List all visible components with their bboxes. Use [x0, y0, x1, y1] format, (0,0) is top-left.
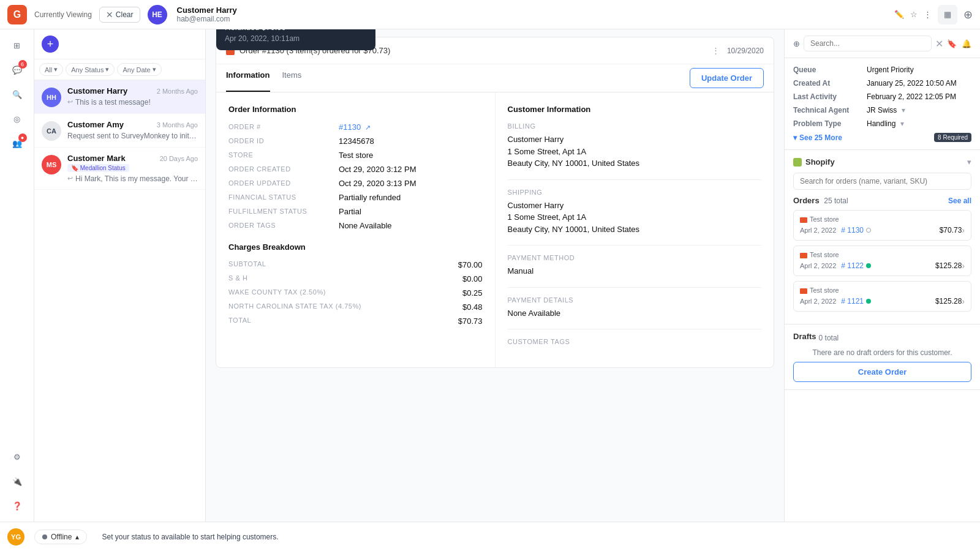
- order-amount: $125.28: [935, 297, 962, 305]
- edit-icon[interactable]: ✏️: [894, 10, 904, 19]
- order-number-link[interactable]: #1130: [339, 122, 361, 132]
- order-information-title: Order Information: [228, 105, 483, 114]
- create-order-button[interactable]: Create Order: [793, 362, 971, 382]
- list-item[interactable]: MS Customer Mark 20 Days Ago 🔖 Medallion…: [34, 148, 205, 190]
- sh-value: $0.00: [462, 274, 483, 283]
- billing-label: BILLING: [508, 122, 762, 130]
- chevron-up-icon: ▴: [75, 533, 79, 541]
- financial-status-value: Partially refunded: [339, 193, 401, 202]
- right-panel: ⊕ ✕ 🔖 🔔 Queue Urgent Priority Created At…: [784, 29, 980, 522]
- more-options-icon[interactable]: ⋮: [924, 10, 932, 19]
- status-icon: [866, 299, 871, 304]
- user-avatar: YG: [7, 528, 24, 545]
- close-panel-icon[interactable]: ✕: [935, 38, 943, 50]
- problem-type-row: Problem Type Handling ▾: [793, 119, 971, 128]
- clear-button[interactable]: ✕ Clear: [99, 7, 140, 23]
- see-more-button[interactable]: ▾ See 25 More: [793, 133, 842, 142]
- subtotal-label: SUBTOTAL: [228, 260, 266, 269]
- shopify-order-item[interactable]: Test store Aprl 2, 2022 # 1130 $70.73 ›: [793, 210, 971, 241]
- wake-tax-value: $0.25: [462, 288, 483, 298]
- shopify-order-item[interactable]: Test store Aprl 2, 2022 # 1121 $125.28 ›: [793, 281, 971, 312]
- inbox-badge: 6: [18, 60, 27, 69]
- order-date: 10/29/2020: [727, 47, 764, 55]
- tab-information[interactable]: Information: [226, 64, 270, 92]
- customer-email: hab@email.com: [177, 15, 237, 23]
- add-icon[interactable]: ⊕: [963, 8, 973, 21]
- order-id-row: ORDER ID 12345678: [228, 137, 483, 146]
- new-conversation-button[interactable]: +: [42, 36, 59, 53]
- add-new-icon[interactable]: ⊕: [793, 39, 800, 48]
- store-row: STORE Test store: [228, 151, 483, 160]
- sidebar-item-inbox[interactable]: 💬 6: [6, 59, 28, 81]
- customer-tags-section: CUSTOMER TAGS: [508, 338, 762, 345]
- queue-section: Queue Urgent Priority Created At January…: [785, 58, 980, 150]
- users-badge: ●: [18, 133, 27, 142]
- order-updated-label: ORDER UPDATED: [228, 179, 339, 187]
- sidebar-item-help[interactable]: ❓: [6, 495, 28, 517]
- offline-dot-icon: [42, 534, 47, 539]
- avatar: MS: [42, 155, 61, 174]
- total-row: TOTAL $70.73: [228, 317, 483, 326]
- list-item[interactable]: CA Customer Amy 3 Months Ago Request sen…: [34, 114, 205, 148]
- order-created-label: ORDER CREATED: [228, 165, 339, 173]
- conv-time: 3 Months Ago: [157, 121, 198, 129]
- panel-search-input[interactable]: [804, 36, 932, 51]
- drafts-empty-message: There are no draft orders for this custo…: [793, 348, 971, 357]
- topbar-actions: ✏️ ☆ ⋮ ▦ ⊕: [894, 5, 973, 24]
- order-date: Aprl 2, 2022: [800, 298, 836, 305]
- chevron-right-icon: ›: [962, 225, 965, 235]
- shopify-search-input[interactable]: [793, 173, 971, 190]
- sidebar-item-grid[interactable]: ⊞: [6, 34, 28, 56]
- order-number: # 1130: [841, 226, 864, 234]
- filter-any-status[interactable]: Any Status ▾: [66, 63, 115, 76]
- drafts-count: 0 total: [819, 334, 839, 342]
- last-activity-value: February 2, 2022 12:05 PM: [867, 92, 971, 101]
- shopify-chevron-icon[interactable]: ▾: [967, 157, 971, 167]
- customer-information-title: Customer Information: [508, 105, 762, 114]
- list-item[interactable]: HH Customer Harry 2 Months Ago ↩ This is…: [34, 80, 205, 114]
- last-activity-label: Last Activity: [793, 92, 867, 101]
- sidebar-item-users[interactable]: 👥 ●: [6, 132, 28, 154]
- conv-time: 20 Days Ago: [160, 155, 198, 162]
- see-all-button[interactable]: See all: [948, 197, 971, 205]
- sidebar-item-chart[interactable]: ◎: [6, 108, 28, 130]
- nc-tax-label: NORTH CAROLINA STATE TAX (4.75%): [228, 302, 361, 312]
- payment-details-label: PAYMENT DETAILS: [508, 296, 762, 304]
- shopify-order-item[interactable]: Test store Aprl 2, 2022 # 1122 $125.28 ›: [793, 246, 971, 276]
- store-name: Test store: [810, 251, 839, 258]
- more-icon[interactable]: ⋮: [712, 46, 720, 55]
- sh-row: S & H $0.00: [228, 274, 483, 283]
- tooltip-date: Apr 20, 2022, 10:11am: [225, 34, 367, 43]
- sidebar-item-search[interactable]: 🔍: [6, 83, 28, 105]
- charges-title: Charges Breakdown: [228, 242, 483, 252]
- tab-items[interactable]: Items: [282, 64, 302, 92]
- filter-any-date[interactable]: Any Date ▾: [117, 63, 161, 76]
- sh-label: S & H: [228, 274, 247, 283]
- drafts-section: Drafts 0 total There are no draft orders…: [785, 324, 980, 390]
- status-selector[interactable]: Offline ▴: [34, 530, 87, 544]
- created-at-label: Created At: [793, 79, 867, 88]
- sidebar-item-plugin[interactable]: 🔌: [6, 470, 28, 492]
- panel-toggle-button[interactable]: ▦: [938, 5, 957, 24]
- conv-message: Request sent to SurveyMonkey to initiate…: [67, 132, 198, 140]
- charges-section: Charges Breakdown SUBTOTAL $70.00 S & H …: [228, 242, 483, 326]
- conv-time: 2 Months Ago: [157, 88, 198, 95]
- bookmark-icon[interactable]: 🔖: [947, 39, 957, 48]
- customer-tags-label: CUSTOMER TAGS: [508, 338, 762, 345]
- bell-icon[interactable]: 🔔: [962, 39, 971, 48]
- order-actions: ⋮ 10/29/2020: [712, 46, 764, 55]
- filter-all[interactable]: All ▾: [39, 63, 63, 76]
- sidebar-item-settings[interactable]: ⚙: [6, 446, 28, 468]
- star-icon[interactable]: ☆: [910, 10, 918, 19]
- payment-method-section: PAYMENT METHOD Manual: [508, 254, 762, 277]
- orders-count: 25 total: [824, 197, 848, 205]
- financial-status-label: FINANCIAL STATUS: [228, 193, 339, 201]
- payment-method-label: PAYMENT METHOD: [508, 254, 762, 261]
- total-value: $70.73: [458, 317, 483, 326]
- tooltip-amount: Refunded $70.00: [225, 29, 367, 32]
- chevron-right-icon: ›: [962, 261, 965, 271]
- update-order-button[interactable]: Update Order: [690, 68, 764, 88]
- orders-header: Orders 25 total See all: [793, 196, 971, 205]
- status-message: Set your status to available to start he…: [102, 533, 278, 541]
- order-amount: $125.28: [935, 261, 962, 270]
